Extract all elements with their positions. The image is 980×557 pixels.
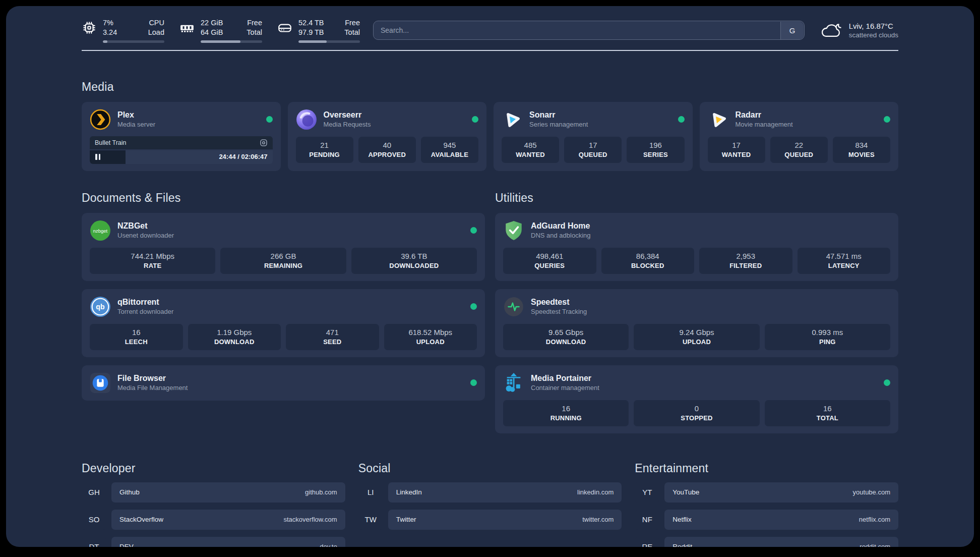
stat-filtered: 2,953FILTERED bbox=[699, 248, 792, 274]
stat-stopped: 0STOPPED bbox=[634, 400, 759, 426]
status-dot bbox=[472, 116, 478, 123]
app-card-adguard[interactable]: AdGuard Home DNS and adblocking 498,461Q… bbox=[495, 213, 898, 281]
bookmark-youtube[interactable]: YT YouTubeyoutube.com bbox=[635, 482, 898, 503]
app-card-radarr[interactable]: Radarr Movie management 17WANTED 22QUEUE… bbox=[700, 102, 899, 171]
bookmark-name: YouTube bbox=[672, 488, 699, 496]
stat-seed: 471SEED bbox=[286, 324, 379, 350]
stat-ping: 0.993 msPING bbox=[765, 324, 890, 350]
disk-free-label: Free bbox=[344, 18, 360, 28]
stat-wanted: 17WANTED bbox=[708, 137, 765, 163]
stat-running: 16RUNNING bbox=[503, 400, 629, 426]
dashboard-panel: 7%3.24 CPULoad bbox=[6, 6, 974, 547]
section-title-utilities: Utilities bbox=[495, 191, 898, 205]
plex-now-playing: Bullet Train 24:44 / 02:06:47 bbox=[90, 136, 273, 164]
memory-total-value: 64 GiB bbox=[201, 28, 223, 37]
bookmark-abbr: TW bbox=[358, 510, 383, 530]
app-subtitle: Series management bbox=[529, 121, 588, 128]
stat-downloaded: 39.6 TBDOWNLOADED bbox=[351, 248, 477, 274]
bookmark-reddit[interactable]: RE Redditreddit.com bbox=[635, 537, 898, 547]
disk-icon bbox=[277, 20, 292, 35]
plex-icon bbox=[90, 109, 111, 130]
app-title: qBittorrent bbox=[117, 298, 173, 307]
bookmark-name: LinkedIn bbox=[396, 488, 422, 496]
app-subtitle: Torrent downloader bbox=[117, 308, 173, 315]
top-bar: 7%3.24 CPULoad bbox=[82, 18, 898, 43]
app-title: NZBGet bbox=[117, 221, 174, 231]
cpu-load-value: 3.24 bbox=[103, 28, 117, 37]
bookmark-url: github.com bbox=[305, 488, 337, 496]
stat-series: 196SERIES bbox=[627, 137, 684, 163]
app-subtitle: Media Requests bbox=[324, 121, 371, 128]
memory-free-value: 22 GiB bbox=[201, 18, 223, 28]
section-utilities: Utilities bbox=[495, 191, 898, 433]
bookmark-abbr: RE bbox=[635, 537, 659, 547]
stat-download: 1.19 GbpsDOWNLOAD bbox=[188, 324, 281, 350]
nzbget-icon: nzbget bbox=[90, 220, 111, 241]
stat-available: 945AVAILABLE bbox=[421, 137, 478, 163]
memory-free-label: Free bbox=[247, 18, 262, 28]
disk-stat: 52.4 TB97.9 TB FreeTotal bbox=[277, 18, 360, 43]
stat-download: 9.65 GbpsDOWNLOAD bbox=[503, 324, 629, 350]
playback-progress-bar: 24:44 / 02:06:47 bbox=[90, 150, 273, 164]
bookmark-name: Netflix bbox=[672, 516, 692, 523]
bookmarks-area: Developer GH Githubgithub.com SO StackOv… bbox=[82, 462, 898, 547]
disk-progress-bar bbox=[298, 40, 360, 43]
playback-time: 24:44 / 02:06:47 bbox=[219, 153, 267, 160]
status-dot bbox=[678, 116, 685, 123]
status-dot bbox=[470, 303, 477, 310]
cpu-progress-bar bbox=[103, 40, 164, 43]
filebrowser-icon bbox=[90, 372, 111, 394]
section-title-social: Social bbox=[358, 462, 622, 475]
section-documents: Documents & Files nzbget NZBGet Usenet d… bbox=[82, 191, 485, 401]
app-card-portainer[interactable]: Media Portainer Container management 16R… bbox=[495, 365, 898, 433]
radarr-icon bbox=[708, 109, 729, 130]
app-subtitle: Media server bbox=[117, 121, 155, 128]
app-card-speedtest[interactable]: Speedtest Speedtest Tracking 9.65 GbpsDO… bbox=[495, 289, 898, 357]
bookmark-abbr: YT bbox=[635, 482, 659, 503]
pause-button[interactable] bbox=[95, 154, 100, 160]
bookmark-abbr: GH bbox=[82, 482, 106, 503]
section-media: Media Plex Media server bbox=[82, 80, 898, 171]
bookmark-name: Reddit bbox=[672, 543, 692, 547]
bookmark-url: netflix.com bbox=[859, 516, 890, 523]
stat-remaining: 266 GBREMAINING bbox=[220, 248, 346, 274]
bookmark-github[interactable]: GH Githubgithub.com bbox=[82, 482, 345, 503]
qbittorrent-icon: qb bbox=[90, 296, 111, 317]
adguard-icon bbox=[503, 220, 524, 241]
section-title-entertainment: Entertainment bbox=[635, 462, 898, 475]
disk-total-label: Total bbox=[344, 28, 360, 37]
app-card-filebrowser[interactable]: File Browser Media File Management bbox=[82, 365, 485, 401]
cpu-icon bbox=[82, 20, 97, 35]
bookmark-url: linkedin.com bbox=[577, 488, 614, 496]
stat-queued: 17QUEUED bbox=[564, 137, 622, 163]
search-input[interactable] bbox=[373, 21, 805, 40]
memory-icon bbox=[179, 20, 195, 35]
bookmark-netflix[interactable]: NF Netflixnetflix.com bbox=[635, 510, 898, 530]
bookmark-stackoverflow[interactable]: SO StackOverflowstackoverflow.com bbox=[82, 510, 345, 530]
google-search-button[interactable]: G bbox=[780, 22, 804, 39]
now-playing-title: Bullet Train bbox=[95, 139, 127, 146]
bookmark-twitter[interactable]: TW Twittertwitter.com bbox=[358, 510, 622, 530]
bookmark-group-entertainment: Entertainment YT YouTubeyoutube.com NF N… bbox=[635, 462, 898, 547]
bookmark-name: StackOverflow bbox=[119, 516, 163, 523]
app-card-qbittorrent[interactable]: qb qBittorrent Torrent downloader 16LEEC… bbox=[82, 289, 485, 357]
search-bar: G bbox=[373, 21, 805, 40]
app-card-overseerr[interactable]: Overseerr Media Requests 21PENDING 40APP… bbox=[288, 102, 487, 171]
status-dot bbox=[884, 116, 890, 123]
app-card-nzbget[interactable]: nzbget NZBGet Usenet downloader 744.21 M… bbox=[82, 213, 485, 281]
app-title: Overseerr bbox=[324, 110, 371, 120]
weather-location-temp: Lviv, 16.87°C bbox=[849, 22, 898, 30]
overseerr-icon bbox=[296, 109, 317, 130]
stat-leech: 16LEECH bbox=[90, 324, 183, 350]
bookmark-url: twitter.com bbox=[582, 516, 614, 523]
app-card-sonarr[interactable]: Sonarr Series management 485WANTED 17QUE… bbox=[494, 102, 693, 171]
bookmark-linkedin[interactable]: LI LinkedInlinkedin.com bbox=[358, 482, 622, 503]
portainer-icon bbox=[503, 372, 524, 394]
disk-free-value: 52.4 TB bbox=[298, 18, 324, 28]
stat-latency: 47.571 msLATENCY bbox=[798, 248, 891, 274]
cpu-label: CPU bbox=[148, 18, 164, 28]
weather-widget: Lviv, 16.87°C scattered clouds bbox=[820, 21, 898, 40]
stat-upload: 9.24 GbpsUPLOAD bbox=[634, 324, 759, 350]
bookmark-dev[interactable]: DT DEVdev.to bbox=[82, 537, 345, 547]
app-card-plex[interactable]: Plex Media server Bullet Train bbox=[82, 102, 281, 171]
